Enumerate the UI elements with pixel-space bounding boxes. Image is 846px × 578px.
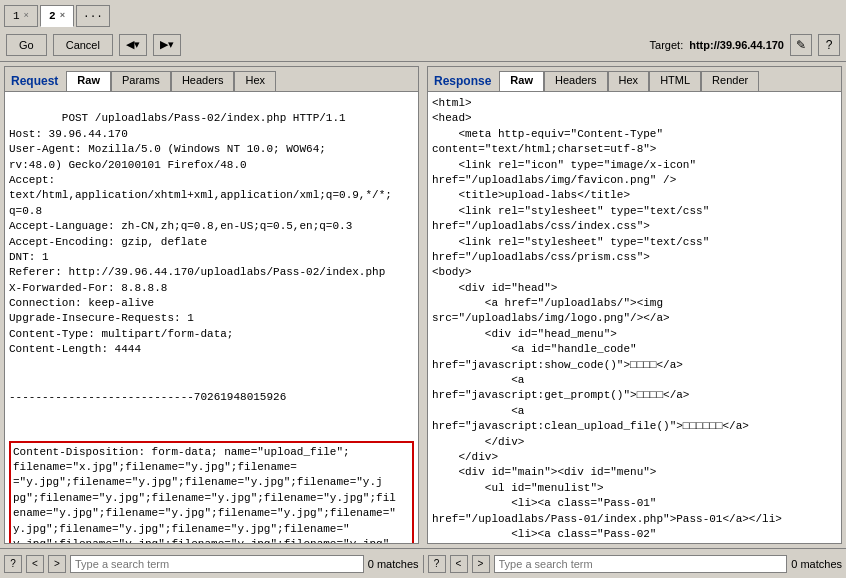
response-tab-hex[interactable]: Hex (608, 71, 650, 91)
request-content-top: POST /uploadlabs/Pass-02/index.php HTTP/… (9, 112, 392, 355)
request-panel-content: POST /uploadlabs/Pass-02/index.php HTTP/… (5, 92, 418, 543)
tab-bar: 1 × 2 × ... (0, 0, 846, 28)
search-left-forward-button[interactable]: > (48, 555, 66, 573)
toolbar: Go Cancel ◀▾ ▶▾ Target: http://39.96.44.… (0, 28, 846, 62)
search-right-input[interactable] (494, 555, 788, 573)
response-tab-render[interactable]: Render (701, 71, 759, 91)
search-left-back-button[interactable]: < (26, 555, 44, 573)
response-tab-raw[interactable]: Raw (499, 71, 544, 91)
response-panel-header: Response Raw Headers Hex HTML Render (428, 67, 841, 92)
request-tab-hex[interactable]: Hex (234, 71, 276, 91)
search-bar: ? < > 0 matches ? < > 0 matches (0, 548, 846, 578)
help-button[interactable]: ? (818, 34, 840, 56)
response-text[interactable]: <html> <head> <meta http-equiv="Content-… (428, 92, 841, 543)
search-left-prev-button[interactable]: ? (4, 555, 22, 573)
response-tab-headers[interactable]: Headers (544, 71, 608, 91)
tab-2-close[interactable]: × (60, 11, 65, 21)
search-panel-left: ? < > 0 matches (0, 555, 424, 573)
request-panel-title: Request (11, 74, 58, 88)
go-button[interactable]: Go (6, 34, 47, 56)
search-right-matches: 0 matches (791, 558, 842, 570)
request-panel-header: Request Raw Params Headers Hex (5, 67, 418, 92)
tab-2-label: 2 (49, 10, 56, 22)
tab-1-close[interactable]: × (24, 11, 29, 21)
edit-target-button[interactable]: ✎ (790, 34, 812, 56)
request-highlighted-section: Content-Disposition: form-data; name="up… (9, 441, 414, 543)
tab-more-label: ... (83, 8, 103, 20)
search-right-forward-button[interactable]: > (472, 555, 490, 573)
tab-1[interactable]: 1 × (4, 5, 38, 27)
search-left-input[interactable] (70, 555, 364, 573)
search-panel-right: ? < > 0 matches (424, 555, 847, 573)
request-tab-params[interactable]: Params (111, 71, 171, 91)
tab-more[interactable]: ... (76, 5, 110, 27)
request-text[interactable]: POST /uploadlabs/Pass-02/index.php HTTP/… (5, 92, 418, 543)
response-tab-html[interactable]: HTML (649, 71, 701, 91)
search-left-matches: 0 matches (368, 558, 419, 570)
forward-button[interactable]: ▶▾ (153, 34, 181, 56)
search-right-prev-button[interactable]: ? (428, 555, 446, 573)
request-tab-raw[interactable]: Raw (66, 71, 111, 91)
request-panel: Request Raw Params Headers Hex POST /upl… (4, 66, 419, 544)
target-url: http://39.96.44.170 (689, 39, 784, 51)
search-right-back-button[interactable]: < (450, 555, 468, 573)
response-panel-title: Response (434, 74, 491, 88)
cancel-button[interactable]: Cancel (53, 34, 113, 56)
response-panel-content: <html> <head> <meta http-equiv="Content-… (428, 92, 841, 543)
target-label: Target: (650, 39, 684, 51)
main-area: Request Raw Params Headers Hex POST /upl… (0, 62, 846, 548)
back-button[interactable]: ◀▾ (119, 34, 147, 56)
tab-2[interactable]: 2 × (40, 5, 74, 27)
response-panel: Response Raw Headers Hex HTML Render <ht… (427, 66, 842, 544)
request-tab-headers[interactable]: Headers (171, 71, 235, 91)
tab-1-label: 1 (13, 10, 20, 22)
